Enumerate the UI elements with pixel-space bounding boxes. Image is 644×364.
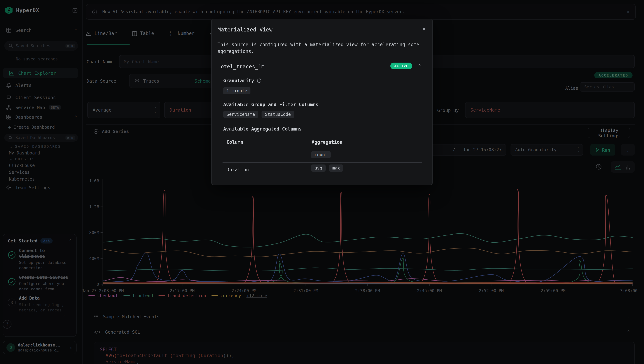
table-row-aggregations: avgmax: [311, 164, 343, 172]
column-chip: ServiceName: [223, 111, 258, 118]
view-name: otel_traces_1m: [221, 64, 264, 69]
table-header-column: Column: [227, 140, 243, 145]
granularity-chip: 1 minute: [223, 87, 250, 94]
column-chip: StatusCode: [262, 111, 294, 118]
table-row-column: Duration: [227, 167, 249, 172]
active-status-badge: ACTIVE: [390, 62, 412, 69]
table-divider: [223, 147, 422, 147]
modal-title: Materialized View: [218, 26, 272, 33]
granularity-label: Granularity: [223, 78, 262, 83]
chevron-up-icon[interactable]: ⌃: [418, 63, 421, 68]
aggregated-label: Available Aggregated Columns: [223, 126, 302, 132]
aggregation-chip: max: [329, 164, 343, 172]
materialized-view-modal: Materialized View × This source is confi…: [211, 18, 433, 185]
info-icon: [257, 78, 262, 83]
hyperdx-app: HyperDX Search ⌃ ⌘ K No saved searches C…: [0, 0, 644, 364]
table-header-aggregation: Aggregation: [312, 140, 342, 145]
close-icon[interactable]: ×: [422, 26, 426, 32]
table-row-aggregations: count: [311, 151, 331, 158]
modal-description: This source is configured with a materia…: [218, 41, 427, 55]
group-filter-label: Available Group and Filter Columns: [223, 102, 318, 107]
aggregation-chip: count: [311, 151, 331, 158]
group-filter-chips: ServiceNameStatusCode: [223, 111, 294, 118]
aggregation-chip: avg: [311, 164, 325, 172]
table-divider: [223, 162, 422, 163]
table-divider: [217, 180, 426, 180]
